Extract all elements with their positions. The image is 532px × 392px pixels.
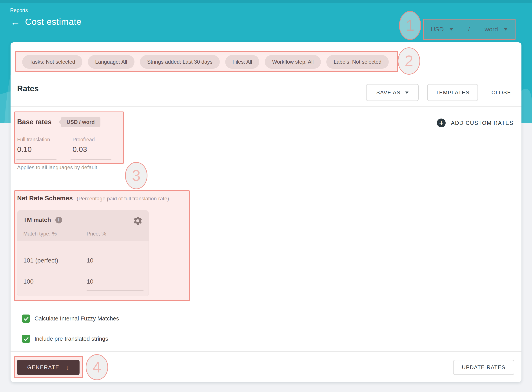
currency-value: USD (431, 26, 444, 33)
update-rates-label: UPDATE RATES (462, 364, 505, 370)
add-custom-rates-button[interactable]: + ADD CUSTOM RATES (437, 118, 513, 128)
input-underline (87, 270, 143, 270)
full-translation-input[interactable]: 0.10 (17, 145, 32, 154)
currency-unit-selector: USD / word (423, 19, 516, 40)
page-title: Cost estimate (25, 17, 81, 27)
base-rates-title: Base rates (17, 118, 52, 126)
proofread-label: Proofread (72, 137, 95, 143)
annotation-number: 2 (405, 52, 413, 70)
annotation-number: 3 (132, 167, 141, 184)
input-underline (71, 159, 111, 159)
tm-match-card: TM match i Match type, % Price, % 101 (p… (17, 210, 149, 296)
net-rate-schemes-title: Net Rate Schemes (17, 195, 73, 202)
pre-translated-label: Include pre-translated strings (34, 335, 108, 342)
footer-divider (10, 351, 522, 352)
unit-dropdown[interactable]: word (484, 26, 508, 33)
section-title-rates: Rates (17, 84, 39, 93)
base-rates-note: Applies to all languages by default (17, 164, 97, 171)
filter-chip-tasks[interactable]: Tasks: Not selected (22, 55, 82, 69)
arrow-down-icon: ↓ (66, 364, 69, 371)
header-top-strip (0, 0, 532, 3)
close-button[interactable]: CLOSE (484, 84, 518, 101)
base-rates-unit-tag: USD / word (61, 117, 100, 127)
filter-chip-files[interactable]: Files: All (225, 55, 259, 69)
info-icon[interactable]: i (55, 217, 62, 224)
match-type-column-header: Match type, % (23, 231, 57, 237)
price-column-header: Price, % (87, 231, 106, 237)
breadcrumb[interactable]: Reports (10, 7, 28, 13)
proofread-input[interactable]: 0.03 (72, 145, 87, 154)
save-as-button[interactable]: SAVE AS (366, 84, 419, 101)
match-type-cell: 100 (23, 278, 34, 285)
templates-button[interactable]: TEMPLATES (427, 84, 478, 101)
full-translation-label: Full translation (17, 137, 50, 143)
currency-dropdown[interactable]: USD (431, 26, 453, 33)
filters-row: Tasks: Not selected Language: All String… (22, 55, 389, 69)
annotation-circle-4: 4 (86, 354, 108, 380)
price-input[interactable]: 10 (87, 257, 93, 264)
filter-chip-labels[interactable]: Labels: Not selected (326, 55, 389, 69)
templates-label: TEMPLATES (436, 89, 469, 96)
pre-translated-checkbox[interactable] (22, 335, 30, 343)
annotation-circle-2: 2 (398, 47, 420, 75)
match-type-cell: 101 (perfect) (23, 257, 58, 264)
input-underline (16, 159, 57, 159)
filter-chip-strings-added[interactable]: Strings added: Last 30 days (140, 55, 220, 69)
generate-label: GENERATE (27, 364, 59, 370)
generate-button[interactable]: GENERATE ↓ (17, 360, 80, 375)
divider (10, 106, 522, 107)
check-icon (23, 316, 29, 322)
fuzzy-matches-label: Calculate Internal Fuzzy Matches (34, 315, 119, 322)
save-as-label: SAVE AS (376, 89, 400, 96)
net-rate-schemes-subtitle: (Percentage paid of full translation rat… (77, 196, 169, 202)
currency-unit-separator: / (468, 26, 470, 33)
cost-estimate-page: Reports ← Cost estimate USD / word Tasks… (0, 0, 532, 392)
unit-value: word (484, 26, 498, 33)
tm-match-title: TM match (23, 217, 51, 224)
check-icon (23, 336, 29, 342)
filter-chip-workflow-step[interactable]: Workflow step: All (265, 55, 321, 69)
input-underline (87, 290, 143, 291)
report-card: Tasks: Not selected Language: All String… (10, 42, 522, 382)
close-label: CLOSE (492, 89, 511, 96)
update-rates-button[interactable]: UPDATE RATES (453, 360, 514, 375)
tm-match-card-header: TM match i Match type, % Price, % (17, 210, 148, 241)
back-arrow-icon[interactable]: ← (10, 17, 20, 27)
annotation-number: 4 (93, 358, 101, 376)
annotation-circle-3: 3 (125, 162, 147, 189)
gear-icon[interactable] (133, 216, 143, 226)
chevron-down-icon (449, 28, 453, 31)
plus-circle-icon: + (437, 118, 446, 127)
add-custom-rates-label: ADD CUSTOM RATES (451, 120, 513, 126)
divider (10, 76, 522, 76)
chevron-down-icon (405, 92, 408, 94)
fuzzy-matches-checkbox[interactable] (22, 314, 30, 323)
price-input[interactable]: 10 (87, 278, 93, 285)
chevron-down-icon (504, 28, 508, 31)
filter-chip-language[interactable]: Language: All (88, 55, 134, 69)
